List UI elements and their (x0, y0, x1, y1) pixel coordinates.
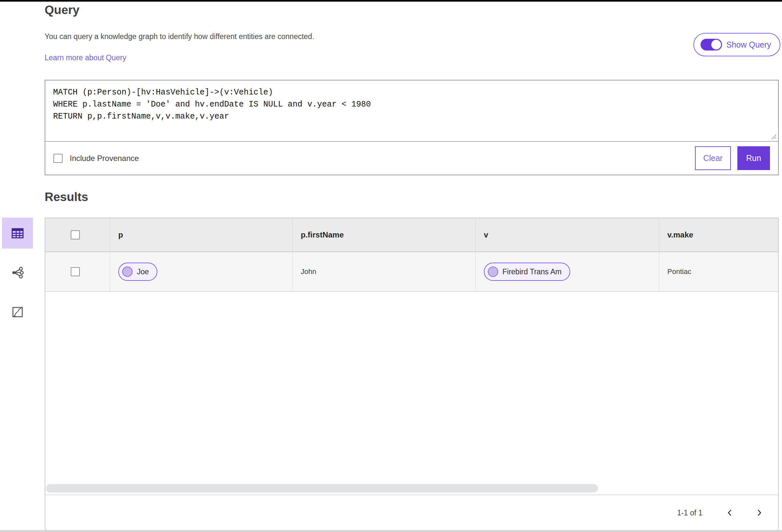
results-title: Results (45, 190, 88, 204)
clear-button[interactable]: Clear (695, 146, 731, 170)
map-icon (11, 306, 24, 318)
cell-value: Pontiac (667, 268, 691, 276)
network-view-button[interactable] (2, 257, 33, 288)
window-top-edge (0, 0, 782, 2)
header-cell-v[interactable]: v (475, 218, 659, 251)
header-cell-v-make[interactable]: v.make (659, 218, 778, 251)
header-cell-p-firstname[interactable]: p.firstName (292, 218, 475, 251)
entity-node-icon (122, 267, 133, 277)
table-header-row: p p.firstName v v.make (45, 218, 778, 252)
show-query-toggle[interactable]: Show Query (694, 33, 780, 56)
table-empty-area (45, 292, 778, 483)
table-pagination-footer: 1-1 of 1 (45, 495, 778, 530)
column-label: v.make (667, 230, 694, 240)
horizontal-scrollbar (45, 483, 778, 495)
select-all-checkbox[interactable] (71, 230, 80, 240)
page-bottom-scrollbar[interactable] (0, 530, 782, 532)
include-provenance-checkbox[interactable] (54, 154, 63, 163)
toggle-on-icon[interactable] (701, 39, 722, 50)
next-page-button[interactable] (752, 506, 767, 520)
row-cell-p-firstname: John (292, 252, 475, 291)
network-icon (10, 265, 25, 280)
run-button[interactable]: Run (737, 146, 770, 170)
table-row[interactable]: Joe John Firebird Trans Am Pontiac (45, 252, 778, 292)
learn-more-link[interactable]: Learn more about Query (45, 54, 127, 62)
row-cell-p: Joe (110, 252, 292, 291)
pagination-range-label: 1-1 of 1 (677, 508, 703, 517)
header-checkbox-cell (45, 218, 110, 251)
entity-node-icon (488, 267, 498, 277)
cell-value: John (301, 268, 316, 276)
row-checkbox[interactable] (71, 267, 80, 276)
previous-page-button[interactable] (723, 506, 737, 520)
column-label: p (118, 230, 123, 240)
entity-chip-label: Firebird Trans Am (502, 268, 562, 276)
query-panel: MATCH (p:Person)-[hv:HasVehicle]->(v:Veh… (45, 80, 779, 175)
row-cell-v: Firebird Trans Am (475, 252, 659, 291)
map-view-button[interactable] (2, 296, 33, 327)
table-icon (11, 226, 25, 240)
page-description: You can query a knowledge graph to ident… (45, 32, 314, 41)
results-view-rail (2, 218, 33, 327)
person-entity-chip[interactable]: Joe (118, 262, 157, 281)
row-checkbox-cell (45, 252, 110, 291)
column-label: v (484, 230, 488, 240)
table-view-button[interactable] (2, 218, 33, 249)
chevron-right-icon (755, 508, 763, 517)
toggle-knob (711, 40, 721, 49)
query-input[interactable]: MATCH (p:Person)-[hv:HasVehicle]->(v:Veh… (45, 80, 778, 142)
query-panel-footer: Include Provenance Clear Run (45, 142, 778, 175)
row-cell-v-make: Pontiac (659, 252, 778, 291)
chevron-left-icon (725, 508, 734, 517)
show-query-label: Show Query (726, 40, 771, 49)
entity-chip-label: Joe (137, 268, 149, 276)
vehicle-entity-chip[interactable]: Firebird Trans Am (484, 262, 570, 281)
column-label: p.firstName (301, 230, 344, 240)
horizontal-scrollbar-thumb[interactable] (46, 484, 598, 493)
include-provenance-label[interactable]: Include Provenance (70, 154, 139, 163)
page-title: Query (45, 3, 79, 17)
results-table: p p.firstName v v.make Joe John Fireb (45, 218, 779, 531)
header-cell-p[interactable]: p (110, 218, 292, 251)
